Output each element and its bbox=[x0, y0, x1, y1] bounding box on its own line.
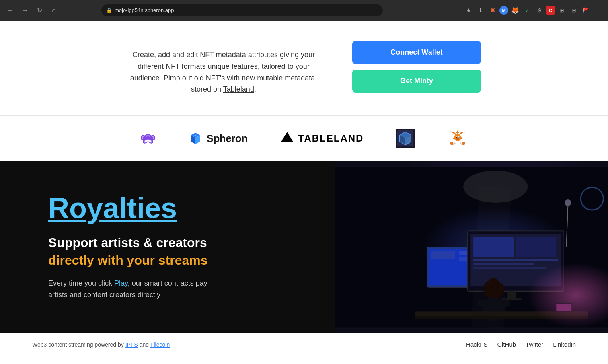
support-text: Support artists & creators bbox=[48, 234, 310, 251]
footer-right: HackFS GitHub Twitter LinkedIn bbox=[466, 341, 576, 348]
scene-image bbox=[335, 161, 608, 333]
home-button[interactable]: ⌂ bbox=[48, 5, 60, 16]
svg-point-33 bbox=[483, 286, 491, 295]
forward-button[interactable]: → bbox=[19, 5, 31, 16]
ext-gear-icon[interactable]: ⚙ bbox=[534, 5, 544, 16]
svg-point-40 bbox=[565, 199, 571, 206]
description-area: Create, add and edit NFT metadata attrib… bbox=[127, 41, 320, 95]
svg-point-6 bbox=[456, 137, 457, 138]
footer: Web3 content streaming powered by IPFS a… bbox=[0, 333, 608, 356]
ext-c-icon[interactable]: C bbox=[546, 6, 555, 15]
page-content: Create, add and edit NFT metadata attrib… bbox=[0, 21, 608, 356]
royalties-description: Every time you click Play, our smart con… bbox=[48, 278, 217, 301]
hackfs-link[interactable]: HackFS bbox=[466, 341, 487, 348]
menu-icon[interactable]: ⋮ bbox=[593, 5, 603, 16]
browser-chrome: ← → ↻ ⌂ 🔒 mojo-lgp54n.spheron.app ★ ⬇ ✸ … bbox=[0, 0, 608, 21]
room-scene bbox=[335, 161, 608, 333]
buttons-area: Connect Wallet Get Minty bbox=[352, 37, 481, 93]
filecoin-link[interactable]: Filecoin bbox=[150, 341, 170, 348]
back-button[interactable]: ← bbox=[5, 5, 16, 16]
tableland-link[interactable]: Tableland bbox=[223, 85, 254, 93]
browser-actions: ★ ⬇ ✸ M 🦊 ✓ ⚙ C ⊞ ⊟ 🚩 ⋮ bbox=[463, 5, 603, 16]
svg-point-7 bbox=[459, 137, 460, 138]
dark-left: Royalties Support artists & creators dir… bbox=[0, 161, 335, 333]
ext-flag-icon[interactable]: 🚩 bbox=[581, 5, 591, 16]
ipfs-link[interactable]: IPFS bbox=[125, 341, 138, 348]
tableland-text: TABLELAND bbox=[298, 133, 364, 144]
svg-rect-25 bbox=[473, 263, 534, 265]
play-link[interactable]: Play bbox=[114, 279, 128, 287]
nft-description: Create, add and edit NFT metadata attrib… bbox=[127, 49, 320, 95]
twitter-link[interactable]: Twitter bbox=[526, 341, 543, 348]
top-section: Create, add and edit NFT metadata attrib… bbox=[0, 21, 608, 115]
svg-rect-22 bbox=[473, 237, 514, 257]
download-icon[interactable]: ⬇ bbox=[475, 5, 486, 16]
svg-rect-27 bbox=[507, 291, 516, 299]
ext-fox-icon[interactable]: 🦊 bbox=[510, 5, 520, 16]
refresh-button[interactable]: ↻ bbox=[34, 5, 45, 16]
polygon-logo bbox=[140, 130, 156, 146]
connect-wallet-button[interactable]: Connect Wallet bbox=[352, 41, 481, 64]
linkedin-link[interactable]: LinkedIn bbox=[553, 341, 576, 348]
bookmark-icon[interactable]: ★ bbox=[463, 5, 474, 16]
tableland-icon bbox=[280, 131, 294, 146]
github-link[interactable]: GitHub bbox=[497, 341, 516, 348]
ens-icon bbox=[396, 129, 415, 148]
royalties-title: Royalties bbox=[48, 193, 310, 222]
streams-text: directly with your streams bbox=[48, 253, 310, 268]
metamask-logo bbox=[447, 128, 468, 149]
ext-window-icon[interactable]: ⊟ bbox=[569, 5, 579, 16]
url-text: mojo-lgp54n.spheron.app bbox=[115, 7, 174, 13]
svg-point-3 bbox=[454, 134, 461, 141]
footer-left: Web3 content streaming powered by IPFS a… bbox=[32, 341, 170, 348]
get-minty-button[interactable]: Get Minty bbox=[352, 70, 481, 93]
svg-rect-23 bbox=[516, 237, 556, 257]
ext-burst-icon[interactable]: ✸ bbox=[487, 5, 498, 16]
svg-point-36 bbox=[477, 299, 489, 307]
metamask-icon bbox=[447, 128, 468, 149]
svg-point-37 bbox=[498, 299, 510, 307]
svg-rect-26 bbox=[473, 267, 546, 269]
ext-check-icon[interactable]: ✓ bbox=[522, 5, 532, 16]
dark-right bbox=[335, 161, 608, 333]
logos-section: Spheron TABLELAND bbox=[0, 115, 608, 161]
svg-rect-24 bbox=[473, 259, 558, 261]
polygon-icon bbox=[140, 130, 156, 146]
ens-logo bbox=[396, 129, 415, 148]
svg-rect-16 bbox=[431, 251, 455, 259]
svg-rect-45 bbox=[556, 304, 571, 311]
address-bar[interactable]: 🔒 mojo-lgp54n.spheron.app bbox=[101, 4, 383, 16]
svg-point-34 bbox=[496, 286, 504, 295]
tableland-logo: TABLELAND bbox=[280, 131, 364, 146]
dark-section: Royalties Support artists & creators dir… bbox=[0, 161, 608, 333]
ext-puzzle-icon[interactable]: ⊞ bbox=[557, 5, 567, 16]
spheron-text: Spheron bbox=[207, 132, 248, 145]
spheron-icon bbox=[188, 131, 203, 146]
ext-blue-icon[interactable]: M bbox=[499, 6, 508, 15]
lock-icon: 🔒 bbox=[106, 8, 112, 13]
spheron-logo: Spheron bbox=[188, 131, 248, 146]
svg-marker-0 bbox=[281, 132, 294, 142]
